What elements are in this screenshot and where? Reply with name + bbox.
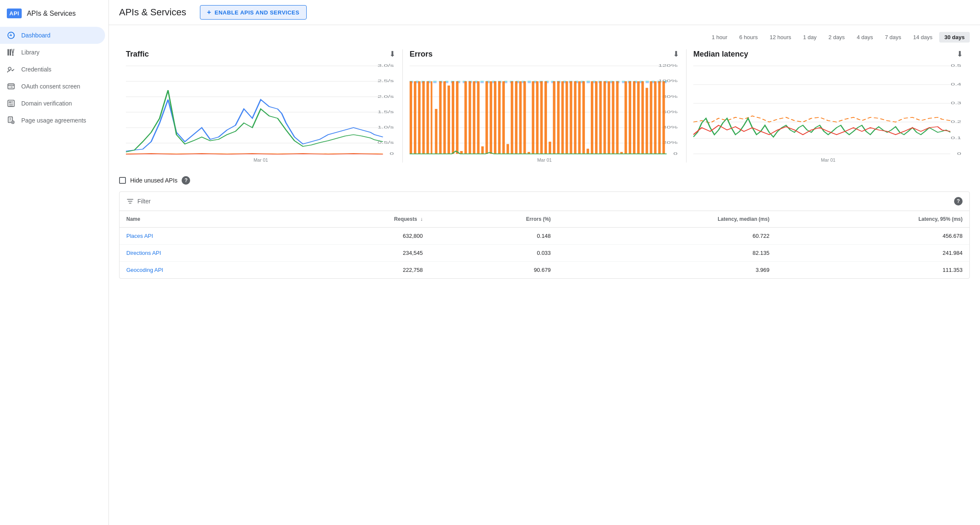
table-row: Directions API 234,545 0.033 82.135 241.… [120,245,969,262]
time-btn-1d[interactable]: 1 day [798,32,822,43]
svg-rect-98 [650,81,652,154]
svg-rect-41 [410,81,412,154]
page-title: APIs & Services [119,7,186,18]
places-api-link[interactable]: Places API [126,233,153,239]
svg-rect-92 [624,81,627,154]
api-table-container: Filter ? Name Requests ↓ Errors (%) Late… [119,191,970,279]
svg-text:0: 0 [673,151,678,156]
sort-arrow-requests: ↓ [420,216,423,222]
time-btn-2d[interactable]: 2 days [823,32,850,43]
traffic-chart-panel: Traffic ⬇ 3.0/s 2.5/s 2.0/s 1.5/s 1.0/s … [119,49,403,163]
svg-rect-55 [469,81,471,154]
traffic-download-icon[interactable]: ⬇ [389,49,396,59]
row-latency-median-directions: 82.135 [558,245,776,262]
svg-text:0: 0 [390,151,394,156]
svg-rect-89 [612,81,615,154]
time-btn-7d[interactable]: 7 days [880,32,906,43]
filter-button[interactable]: Filter [126,197,151,205]
svg-rect-75 [553,81,556,154]
errors-chart-panel: Errors ⬇ 120% 100% 80% 60% 40% 20% 0 [403,49,687,163]
svg-point-1 [11,35,12,36]
svg-text:0.4: 0.4 [951,82,961,86]
sidebar-item-page-usage[interactable]: Page usage agreements [0,112,105,129]
svg-rect-57 [477,81,480,154]
svg-rect-58 [481,146,484,154]
svg-rect-101 [662,81,665,154]
svg-text:2.0/s: 2.0/s [377,94,394,99]
svg-rect-66 [515,81,518,154]
traffic-chart-svg: 3.0/s 2.5/s 2.0/s 1.5/s 1.0/s 0.5/s 0 [126,62,396,156]
time-btn-4d[interactable]: 4 days [852,32,878,43]
sidebar-item-library[interactable]: Library [0,44,105,61]
time-btn-1h[interactable]: 1 hour [707,32,732,43]
svg-text:120%: 120% [658,63,678,68]
svg-rect-54 [464,81,467,154]
hide-unused-label: Hide unused APIs [130,177,177,184]
col-name: Name [120,211,288,228]
filter-icon [126,197,134,205]
sidebar-item-label-page-usage: Page usage agreements [21,117,86,124]
sidebar-item-credentials[interactable]: Credentials [0,61,105,78]
sidebar-item-oauth[interactable]: OAuth consent screen [0,78,105,95]
time-btn-12h[interactable]: 12 hours [764,32,796,43]
svg-rect-90 [616,81,618,154]
svg-rect-74 [549,142,551,154]
svg-rect-44 [422,81,425,154]
plus-icon: + [207,9,211,16]
sidebar: API APIs & Services Dashboard Library [0,0,109,525]
svg-text:0.1: 0.1 [951,136,961,140]
table-help-icon[interactable]: ? [954,197,963,205]
row-requests-geocoding: 222,758 [288,262,430,279]
sidebar-item-dashboard[interactable]: Dashboard [0,27,105,44]
svg-rect-73 [544,81,547,154]
row-latency-95-places: 456.678 [776,228,969,245]
row-errors-places: 0.148 [430,228,558,245]
col-requests[interactable]: Requests ↓ [288,211,430,228]
api-logo: API [7,9,22,18]
time-btn-30d[interactable]: 30 days [939,32,970,43]
errors-x-label: Mar 01 [410,157,679,163]
svg-text:0.2: 0.2 [951,119,961,124]
latency-chart-header: Median latency ⬇ [693,49,963,59]
latency-download-icon[interactable]: ⬇ [957,49,963,59]
sidebar-item-label-library: Library [21,49,40,56]
time-btn-6h[interactable]: 6 hours [734,32,763,43]
svg-rect-70 [532,81,534,154]
svg-rect-72 [540,81,543,154]
svg-rect-87 [604,81,606,154]
svg-point-6 [9,87,10,88]
api-table: Name Requests ↓ Errors (%) Latency, medi… [120,211,969,278]
svg-rect-49 [443,81,446,154]
svg-text:0.3: 0.3 [951,100,961,105]
table-toolbar: Filter ? [120,192,969,211]
svg-rect-53 [460,151,463,154]
svg-rect-43 [418,81,421,154]
time-btn-14d[interactable]: 14 days [908,32,938,43]
svg-text:100%: 100% [658,78,678,83]
sidebar-item-domain[interactable]: Domain verification [0,95,105,112]
filter-label: Filter [137,198,151,205]
svg-rect-100 [658,81,661,154]
directions-api-link[interactable]: Directions API [126,250,161,256]
svg-rect-83 [587,149,589,154]
svg-rect-50 [447,86,450,154]
errors-download-icon[interactable]: ⬇ [673,49,679,59]
hide-unused-help-icon[interactable]: ? [182,176,190,185]
svg-rect-80 [574,81,576,154]
hide-unused-checkbox[interactable] [119,177,126,184]
svg-rect-65 [511,81,513,154]
geocoding-api-link[interactable]: Geocoding API [126,267,163,273]
dashboard-icon [7,31,15,40]
svg-rect-76 [557,81,560,154]
row-errors-directions: 0.033 [430,245,558,262]
svg-rect-52 [456,81,459,154]
time-range-bar: 1 hour 6 hours 12 hours 1 day 2 days 4 d… [119,32,970,43]
svg-rect-42 [414,81,416,154]
svg-rect-3 [10,49,11,56]
svg-text:1.0/s: 1.0/s [377,125,394,129]
svg-rect-86 [599,81,602,154]
sidebar-logo: API APIs & Services [0,3,108,27]
svg-rect-77 [561,81,564,154]
enable-apis-button[interactable]: + ENABLE APIS AND SERVICES [200,5,307,20]
svg-rect-61 [494,81,496,154]
